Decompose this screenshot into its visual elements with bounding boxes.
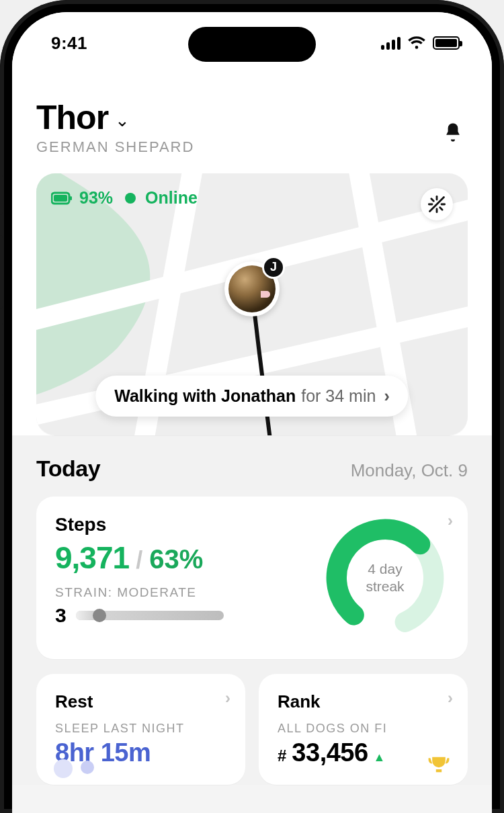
locate-off-icon <box>427 195 446 214</box>
bell-icon <box>443 122 463 143</box>
wifi-icon <box>407 36 426 50</box>
activity-pill[interactable]: Walking with Jonathan for 34 min › <box>95 376 408 417</box>
today-title: Today <box>36 456 100 482</box>
online-dot-icon <box>125 193 136 204</box>
pet-marker[interactable]: J <box>224 261 280 316</box>
steps-divider: / <box>136 546 142 574</box>
steps-card[interactable]: › Steps 9,371 / 63% STRAIN: MODERATE 3 <box>36 497 468 659</box>
rank-hash: # <box>278 746 286 765</box>
today-date: Monday, Oct. 9 <box>351 460 468 481</box>
rest-card[interactable]: › Rest SLEEP LAST NIGHT 8hr 15m <box>36 674 245 785</box>
steps-title: Steps <box>55 514 308 536</box>
today-header: Today Monday, Oct. 9 <box>36 456 468 482</box>
svg-line-9 <box>440 208 443 210</box>
activity-main: Walking with Jonathan <box>114 386 296 406</box>
phone-frame: 9:41 Thor ⌄ GERMAN SHEPARD <box>0 0 504 813</box>
activity-sub: for 34 min <box>301 386 376 406</box>
chevron-right-icon: › <box>225 689 230 708</box>
chevron-right-icon: › <box>448 689 453 708</box>
pet-selector[interactable]: Thor ⌄ <box>36 98 194 137</box>
dynamic-island <box>188 27 316 62</box>
locate-button[interactable] <box>421 188 453 220</box>
steps-count: 9,371 <box>55 540 129 576</box>
rank-value: 33,456 <box>292 738 368 767</box>
moon-icon <box>54 758 101 778</box>
collar-status-label: Online <box>145 188 198 208</box>
collar-battery-value: 93% <box>79 188 113 208</box>
streak-line1: 4 day <box>368 560 402 578</box>
rest-sub: SLEEP LAST NIGHT <box>55 722 226 736</box>
strain-label: STRAIN: MODERATE <box>55 585 308 600</box>
pet-name: Thor <box>36 98 108 137</box>
rank-card[interactable]: › Rank ALL DOGS ON FI # 33,456 ▲ <box>259 674 468 785</box>
svg-rect-2 <box>54 195 67 202</box>
rank-sub: ALL DOGS ON FI <box>278 722 449 736</box>
steps-ring: 4 day streak <box>321 514 449 642</box>
rank-title: Rank <box>278 691 449 712</box>
collar-status: 93% Online <box>51 188 198 208</box>
trend-up-icon: ▲ <box>374 751 386 765</box>
steps-percent: 63% <box>149 544 203 574</box>
strain-slider <box>76 611 224 620</box>
status-time: 9:41 <box>51 33 87 54</box>
strain-value: 3 <box>55 604 67 627</box>
cellular-icon <box>381 36 401 50</box>
chevron-right-icon: › <box>384 386 389 406</box>
map-card[interactable]: 93% Online <box>36 173 468 435</box>
svg-line-8 <box>431 199 434 202</box>
collar-battery-icon <box>51 191 73 205</box>
screen: 9:41 Thor ⌄ GERMAN SHEPARD <box>12 12 492 813</box>
notifications-button[interactable] <box>438 118 468 147</box>
battery-icon <box>433 36 460 50</box>
rest-title: Rest <box>55 691 226 712</box>
owner-badge: J <box>262 256 285 279</box>
chevron-down-icon: ⌄ <box>115 110 130 131</box>
svg-rect-3 <box>70 196 72 200</box>
trophy-icon <box>427 755 450 777</box>
streak-line2: streak <box>366 578 404 595</box>
pet-breed: GERMAN SHEPARD <box>36 138 194 156</box>
